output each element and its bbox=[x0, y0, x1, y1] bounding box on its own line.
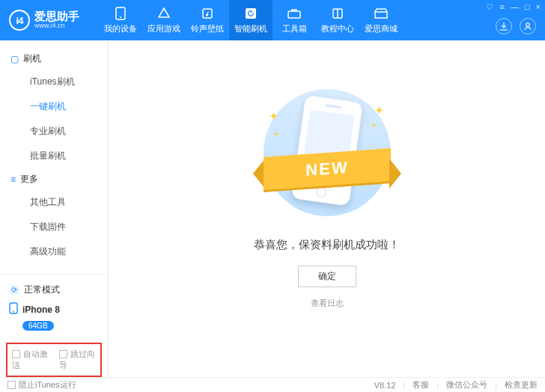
wechat-link[interactable]: 微信公众号 bbox=[446, 379, 487, 391]
storage-badge: 64GB bbox=[22, 321, 54, 331]
nav-label: 应用游戏 bbox=[147, 23, 180, 34]
refresh-icon bbox=[244, 7, 258, 20]
ok-button[interactable]: 确定 bbox=[298, 266, 356, 287]
nav-label: 智能刷机 bbox=[234, 23, 267, 34]
svg-rect-7 bbox=[375, 12, 387, 18]
phone-icon bbox=[114, 7, 127, 20]
version-label: V8.12 bbox=[374, 381, 396, 390]
brand-url: www.i4.cn bbox=[34, 22, 79, 30]
sparkle-icon: ✦ bbox=[374, 103, 384, 117]
sidebar-section-label: 更多 bbox=[20, 173, 38, 186]
sidebar-item-other-tools[interactable]: 其他工具 bbox=[0, 190, 108, 215]
sparkle-icon: ✦ bbox=[273, 130, 279, 138]
store-icon bbox=[374, 7, 388, 20]
app-header: i4 爱思助手 www.i4.cn 我的设备 应用游戏 铃声壁纸 智能刷机 工具… bbox=[0, 0, 545, 40]
minimize-button[interactable]: — bbox=[511, 2, 519, 12]
like-button[interactable]: ♡ bbox=[486, 2, 493, 12]
user-button[interactable] bbox=[520, 18, 536, 34]
list-icon: ≡ bbox=[10, 174, 16, 185]
sidebar: ▢ 刷机 iTunes刷机 一键刷机 专业刷机 批量刷机 ≡ 更多 其他工具 下… bbox=[0, 40, 109, 377]
sparkle-icon: ✦ bbox=[371, 121, 377, 129]
download-button[interactable] bbox=[496, 18, 512, 34]
ribbon-text: NEW bbox=[264, 148, 391, 190]
block-itunes-checkbox[interactable]: 阻止iTunes运行 bbox=[7, 379, 76, 391]
new-ribbon: NEW bbox=[264, 153, 391, 186]
sidebar-section-flash[interactable]: ▢ 刷机 bbox=[0, 48, 108, 70]
phone-small-icon bbox=[9, 302, 18, 316]
success-message: 恭喜您，保资料刷机成功啦！ bbox=[254, 238, 400, 252]
nav-flash[interactable]: 智能刷机 bbox=[229, 0, 272, 40]
nav-label: 我的设备 bbox=[104, 23, 137, 34]
sidebar-item-download-fw[interactable]: 下载固件 bbox=[0, 215, 108, 239]
auto-activate-checkbox[interactable]: 自动激活 bbox=[12, 349, 49, 371]
music-icon bbox=[201, 7, 214, 20]
top-nav: 我的设备 应用游戏 铃声壁纸 智能刷机 工具箱 教程中心 爱思商城 bbox=[99, 0, 403, 40]
options-highlight-box: 自动激活 跳过向导 bbox=[6, 343, 102, 377]
nav-apps[interactable]: 应用游戏 bbox=[142, 0, 186, 40]
sidebar-section-label: 刷机 bbox=[23, 52, 41, 65]
nav-label: 教程中心 bbox=[321, 23, 354, 34]
success-illustration: ✦ ✦ ✦ ✦ NEW bbox=[252, 85, 402, 220]
nav-ringtones[interactable]: 铃声壁纸 bbox=[186, 0, 229, 40]
window-controls: ♡ ≡ — □ × bbox=[486, 2, 541, 12]
sidebar-item-oneclick-flash[interactable]: 一键刷机 bbox=[0, 94, 108, 119]
svg-point-8 bbox=[526, 23, 529, 26]
sync-icon: ⟳ bbox=[9, 285, 19, 295]
sparkle-icon: ✦ bbox=[269, 109, 278, 123]
status-bar: 阻止iTunes运行 V8.12 | 客服 | 微信公众号 | 检查更新 bbox=[0, 377, 545, 392]
sidebar-item-batch-flash[interactable]: 批量刷机 bbox=[0, 144, 108, 168]
main-content: ✦ ✦ ✦ ✦ NEW 恭喜您，保资料刷机成功啦！ 确定 查看日志 bbox=[109, 40, 545, 377]
brand-name: 爱思助手 bbox=[34, 10, 79, 23]
skip-guide-checkbox[interactable]: 跳过向导 bbox=[59, 349, 96, 371]
mode-label: 正常模式 bbox=[24, 284, 60, 296]
apps-icon bbox=[157, 7, 171, 20]
device-mode[interactable]: ⟳ 正常模式 bbox=[7, 281, 100, 299]
sidebar-item-pro-flash[interactable]: 专业刷机 bbox=[0, 119, 108, 144]
nav-toolbox[interactable]: 工具箱 bbox=[272, 0, 316, 40]
svg-point-10 bbox=[13, 311, 14, 313]
check-update-link[interactable]: 检查更新 bbox=[505, 379, 538, 391]
close-button[interactable]: × bbox=[536, 2, 541, 12]
device-icon: ▢ bbox=[10, 54, 19, 64]
nav-tutorials[interactable]: 教程中心 bbox=[316, 0, 359, 40]
device-row[interactable]: iPhone 8 bbox=[7, 299, 100, 319]
svg-rect-3 bbox=[246, 8, 256, 19]
view-log-link[interactable]: 查看日志 bbox=[311, 298, 344, 309]
nav-store[interactable]: 爱思商城 bbox=[359, 0, 403, 40]
svg-point-1 bbox=[120, 16, 121, 18]
sidebar-section-more[interactable]: ≡ 更多 bbox=[0, 168, 108, 190]
toolbox-icon bbox=[287, 7, 301, 20]
logo: i4 爱思助手 www.i4.cn bbox=[0, 10, 99, 31]
maximize-button[interactable]: □ bbox=[525, 2, 530, 12]
sidebar-item-advanced[interactable]: 高级功能 bbox=[0, 239, 108, 264]
logo-icon: i4 bbox=[9, 10, 30, 31]
nav-label: 爱思商城 bbox=[365, 23, 398, 34]
menu-button[interactable]: ≡ bbox=[499, 2, 504, 12]
support-link[interactable]: 客服 bbox=[412, 379, 429, 391]
book-icon bbox=[331, 7, 344, 20]
device-name: iPhone 8 bbox=[22, 304, 60, 315]
nav-label: 工具箱 bbox=[282, 23, 307, 34]
nav-my-device[interactable]: 我的设备 bbox=[99, 0, 142, 40]
sidebar-item-itunes-flash[interactable]: iTunes刷机 bbox=[0, 70, 108, 94]
nav-label: 铃声壁纸 bbox=[191, 23, 224, 34]
svg-rect-4 bbox=[288, 11, 300, 18]
